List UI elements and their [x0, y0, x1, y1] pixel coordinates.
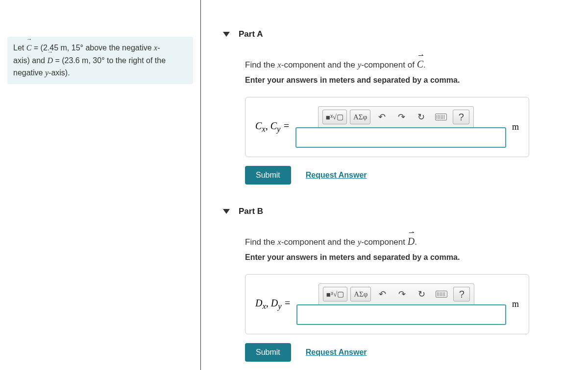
part-b-submit-button[interactable]: Submit [245, 343, 291, 362]
part-b-request-link[interactable]: Request Answer [306, 348, 367, 357]
template-button[interactable]: ■ᵡ√▢ [323, 287, 347, 301]
part-a-request-link[interactable]: Request Answer [306, 171, 367, 180]
part-a-title: Part A [239, 29, 263, 39]
part-b-toolbar: ■ᵡ√▢ ΑΣφ ↶ ↷ ↻ ? [318, 283, 475, 304]
keyboard-button[interactable] [433, 287, 450, 301]
part-a-toolbar: ■ᵡ√▢ ΑΣφ ↶ ↷ ↻ ? [318, 106, 474, 127]
part-b-input[interactable] [296, 304, 506, 325]
symbols-button[interactable]: ΑΣφ [350, 110, 370, 124]
part-a-var-label: Cx, Cy = [255, 120, 290, 134]
symbols-button[interactable]: ΑΣφ [350, 287, 371, 301]
part-b-title: Part B [239, 207, 263, 216]
part-b-hint: Enter your answers in meters and separat… [245, 253, 588, 262]
part-b-unit: m [512, 299, 519, 309]
part-a-body: Find the x-component and the y-component… [245, 59, 588, 185]
template-button[interactable]: ■ᵡ√▢ [322, 110, 347, 124]
reset-button[interactable]: ↻ [413, 287, 430, 301]
part-a-submit-button[interactable]: Submit [245, 166, 291, 185]
problem-statement: Let C = (2.45 m, 15° above the negative … [7, 37, 193, 84]
part-b-body: Find the x-component and the y-component… [245, 236, 588, 362]
part-a-instruction: Find the x-component and the y-component… [245, 59, 588, 70]
problem-panel: Let C = (2.45 m, 15° above the negative … [0, 0, 201, 370]
undo-button[interactable]: ↶ [373, 110, 390, 124]
redo-button[interactable]: ↷ [393, 110, 410, 124]
caret-down-icon [223, 209, 230, 214]
caret-down-icon [223, 32, 230, 37]
reset-button[interactable]: ↻ [413, 110, 429, 124]
keyboard-icon [435, 114, 447, 120]
help-button[interactable]: ? [453, 287, 470, 301]
part-a-answer-box: Cx, Cy = ■ᵡ√▢ ΑΣφ ↶ ↷ ↻ ? m [245, 97, 529, 157]
part-b-header[interactable]: Part B [223, 207, 588, 216]
undo-button[interactable]: ↶ [374, 287, 391, 301]
part-a-header[interactable]: Part A [223, 29, 588, 39]
part-b-var-label: Dx, Dy = [255, 298, 291, 311]
redo-button[interactable]: ↷ [393, 287, 410, 301]
keyboard-button[interactable] [432, 110, 450, 124]
keyboard-icon [436, 291, 447, 298]
part-a-hint: Enter your answers in meters and separat… [245, 76, 588, 85]
answer-panel: Part A Find the x-component and the y-co… [201, 0, 588, 370]
part-b-answer-box: Dx, Dy = ■ᵡ√▢ ΑΣφ ↶ ↷ ↻ ? m [245, 274, 529, 334]
part-a-input[interactable] [295, 127, 506, 148]
part-b-instruction: Find the x-component and the y-component… [245, 236, 588, 247]
part-a-unit: m [512, 122, 519, 132]
help-button[interactable]: ? [453, 110, 469, 124]
